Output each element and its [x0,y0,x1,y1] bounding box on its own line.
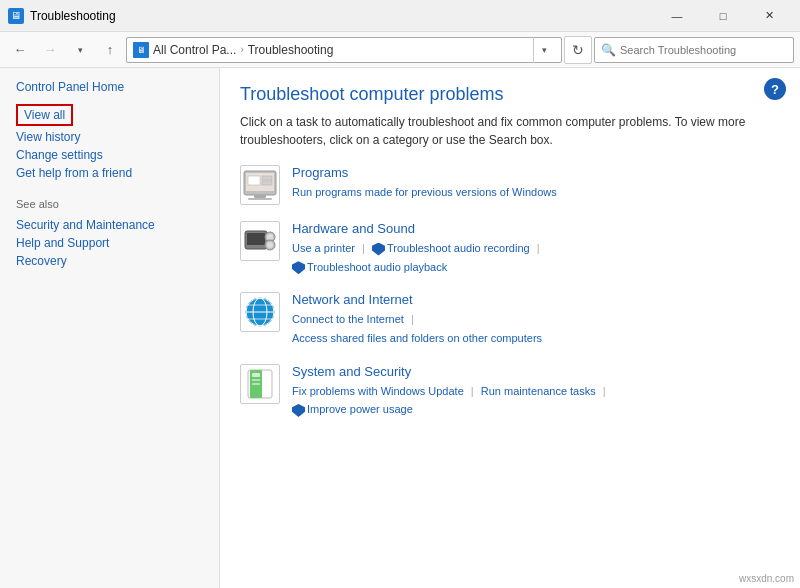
svg-rect-3 [262,176,272,180]
svg-rect-2 [248,176,260,185]
category-system: System and Security Fix problems with Wi… [240,364,780,419]
search-box: 🔍 [594,37,794,63]
shield-icon-2 [292,261,305,274]
title-bar-icon: 🖥 [8,8,24,24]
system-content: System and Security Fix problems with Wi… [292,364,610,419]
category-programs: Programs Run programs made for previous … [240,165,780,205]
sidebar-recovery[interactable]: Recovery [16,252,203,270]
recent-pages-button[interactable]: ▾ [66,36,94,64]
sep3: | [411,313,414,325]
sidebar-get-help[interactable]: Get help from a friend [16,164,203,182]
hardware-icon-svg [242,223,278,259]
programs-content: Programs Run programs made for previous … [292,165,557,202]
programs-title[interactable]: Programs [292,165,557,180]
svg-rect-5 [254,195,266,198]
maximize-button[interactable]: □ [700,0,746,32]
programs-icon-svg [242,167,278,203]
category-hardware: Hardware and Sound Use a printer | Troub… [240,221,780,276]
system-link-maintenance[interactable]: Run maintenance tasks [481,385,596,397]
programs-icon [240,165,280,205]
svg-rect-6 [248,198,272,200]
title-bar-controls: — □ ✕ [654,0,792,32]
network-title[interactable]: Network and Internet [292,292,542,307]
hardware-link-audio-rec[interactable]: Troubleshoot audio recording [387,242,530,254]
network-content: Network and Internet Connect to the Inte… [292,292,542,347]
close-button[interactable]: ✕ [746,0,792,32]
shield-icon-3 [292,404,305,417]
network-icon-svg [242,294,278,330]
sidebar-change-settings[interactable]: Change settings [16,146,203,164]
address-part1: All Control Pa... [153,43,236,57]
sep2: | [537,242,540,254]
sidebar-help-support[interactable]: Help and Support [16,234,203,252]
up-button[interactable]: ↑ [96,36,124,64]
address-path[interactable]: 🖥 All Control Pa... › Troubleshooting ▾ [126,37,562,63]
system-link-windows-update[interactable]: Fix problems with Windows Update [292,385,464,397]
sep4: | [471,385,474,397]
sidebar-security[interactable]: Security and Maintenance [16,216,203,234]
category-network: Network and Internet Connect to the Inte… [240,292,780,347]
minimize-button[interactable]: — [654,0,700,32]
main-window: Control Panel Home View all View history… [0,68,800,588]
network-links: Connect to the Internet | Access shared … [292,310,542,347]
title-bar-title: Troubleshooting [30,9,654,23]
address-part2: Troubleshooting [248,43,334,57]
hardware-link-audio-play[interactable]: Troubleshoot audio playback [307,261,447,273]
address-bar: ← → ▾ ↑ 🖥 All Control Pa... › Troublesho… [0,32,800,68]
system-icon-svg [242,366,278,402]
hardware-title[interactable]: Hardware and Sound [292,221,544,236]
search-input[interactable] [620,44,787,56]
programs-link-1[interactable]: Run programs made for previous versions … [292,186,557,198]
back-button[interactable]: ← [6,36,34,64]
sep5: | [603,385,606,397]
refresh-button[interactable]: ↻ [564,36,592,64]
svg-point-10 [267,234,273,240]
sidebar: Control Panel Home View all View history… [0,68,220,588]
sidebar-see-also-label: See also [16,198,203,210]
network-icon [240,292,280,332]
shield-icon-1 [372,243,385,256]
system-link-power[interactable]: Improve power usage [307,403,413,415]
svg-rect-8 [247,233,265,245]
forward-button[interactable]: → [36,36,64,64]
network-link-shared[interactable]: Access shared files and folders on other… [292,332,542,344]
address-separator: › [240,44,243,55]
system-title[interactable]: System and Security [292,364,610,379]
svg-point-12 [267,242,273,248]
content-area: ? Troubleshoot computer problems Click o… [220,68,800,588]
svg-rect-4 [262,181,272,185]
hardware-link-printer[interactable]: Use a printer [292,242,355,254]
svg-rect-23 [252,383,260,385]
svg-rect-22 [252,379,260,381]
watermark: wxsxdn.com [739,573,794,584]
address-dropdown-button[interactable]: ▾ [533,37,555,63]
programs-links: Run programs made for previous versions … [292,183,557,202]
svg-rect-21 [252,373,260,377]
system-links: Fix problems with Windows Update | Run m… [292,382,610,419]
help-button[interactable]: ? [764,78,786,100]
network-link-connect[interactable]: Connect to the Internet [292,313,404,325]
hardware-icon [240,221,280,261]
title-bar: 🖥 Troubleshooting — □ ✕ [0,0,800,32]
content-title: Troubleshoot computer problems [240,84,780,105]
hardware-links: Use a printer | Troubleshoot audio recor… [292,239,544,276]
search-icon: 🔍 [601,43,616,57]
sidebar-home[interactable]: Control Panel Home [16,80,203,94]
system-icon [240,364,280,404]
address-icon: 🖥 [133,42,149,58]
sep1: | [362,242,365,254]
hardware-content: Hardware and Sound Use a printer | Troub… [292,221,544,276]
sidebar-view-all[interactable]: View all [16,104,73,126]
content-description: Click on a task to automatically trouble… [240,113,780,149]
sidebar-view-history[interactable]: View history [16,128,203,146]
